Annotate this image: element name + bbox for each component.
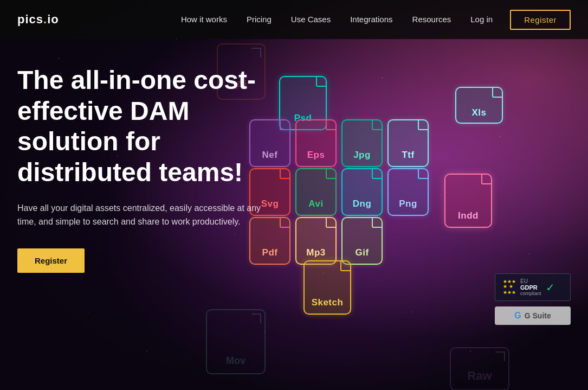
hero-content: The all-in-one cost-effective DAM soluti… (17, 65, 288, 273)
gsuite-badge: G G Suite (495, 306, 571, 325)
nav-integrations[interactable]: Integrations (350, 15, 392, 24)
gdpr-stars-decoration: ★★★★ ★ ★★★ (503, 279, 516, 295)
main-navigation: pics.io How it works Pricing Use Cases I… (0, 0, 588, 39)
nav-resources[interactable]: Resources (412, 15, 451, 24)
ghost-raw-icon: Raw (450, 347, 509, 390)
hero-section: pics.io How it works Pricing Use Cases I… (0, 0, 588, 390)
gsuite-label: G Suite (525, 311, 551, 320)
file-icons-area: Ai Mov Raw Psd Nef Eps Jpg (260, 43, 588, 390)
hero-register-button[interactable]: Register (17, 248, 85, 273)
file-icon-png: Png (387, 168, 429, 216)
gdpr-checkmark-icon: ✓ (546, 281, 555, 294)
file-icon-dng: Dng (341, 168, 383, 216)
file-icon-avi: Avi (295, 168, 337, 216)
hero-subtext: Have all your digital assets centralized… (17, 201, 267, 229)
file-icon-xls: Xls (455, 87, 503, 124)
file-icon-sketch: Sketch (303, 260, 351, 315)
ghost-mov-icon: Mov (206, 309, 266, 374)
logo-text: pics.io (17, 12, 59, 27)
gsuite-g-icon: G (514, 311, 521, 321)
file-icon-gif: Gif (341, 217, 383, 265)
file-icon-ttf: Ttf (387, 119, 429, 167)
file-icon-jpg: Jpg (341, 119, 383, 167)
gdpr-badge: ★★★★ ★ ★★★ EU GDPR compliant ✓ (495, 273, 571, 301)
nav-how-it-works[interactable]: How it works (181, 15, 227, 24)
nav-links: How it works Pricing Use Cases Integrati… (181, 15, 493, 24)
nav-register-button[interactable]: Register (510, 10, 571, 30)
file-icon-mp3: Mp3 (295, 217, 337, 265)
logo[interactable]: pics.io (17, 12, 59, 27)
nav-use-cases[interactable]: Use Cases (291, 15, 331, 24)
file-icon-eps: Eps (295, 119, 337, 167)
nav-pricing[interactable]: Pricing (247, 15, 272, 24)
hero-headline: The all-in-one cost-effective DAM soluti… (17, 65, 288, 188)
badges-area: ★★★★ ★ ★★★ EU GDPR compliant ✓ G G Suite (495, 273, 571, 325)
nav-login[interactable]: Log in (470, 15, 493, 24)
file-icon-indd: Indd (444, 174, 492, 228)
